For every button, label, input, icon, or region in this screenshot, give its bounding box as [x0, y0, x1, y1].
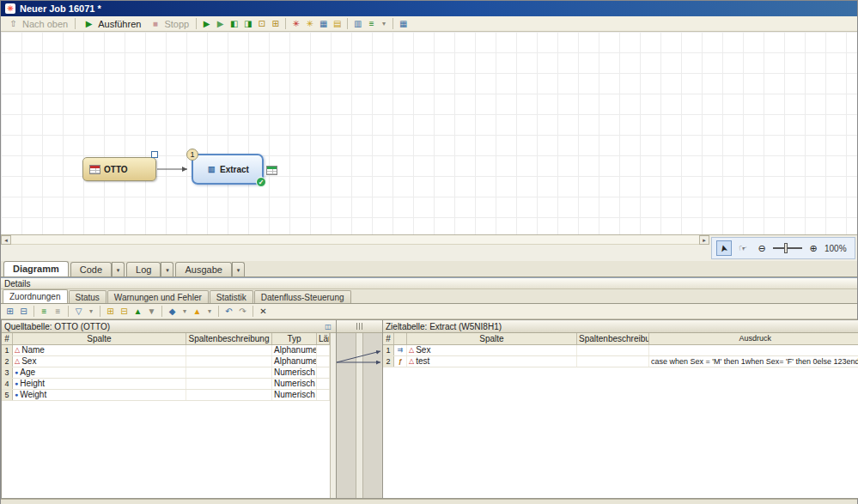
- note-marker-icon: [151, 151, 158, 158]
- source-row[interactable]: 4 ● Height Numerisch: [2, 379, 330, 390]
- tab-ausgabe[interactable]: Ausgabe: [175, 262, 231, 276]
- zoom-controls: ➤ ☞ ⊖ ⊕ 100%: [711, 237, 855, 259]
- code-dropdown-icon[interactable]: ▾: [112, 262, 125, 276]
- checkpoint-step-icon[interactable]: ⊞: [269, 17, 282, 30]
- column-type: Alphanumeri...: [272, 356, 317, 367]
- report-icon[interactable]: ▥: [351, 17, 364, 30]
- scroll-left-icon[interactable]: ◂: [1, 235, 11, 245]
- folder-icon[interactable]: ▤: [331, 17, 344, 30]
- report-dropdown-icon[interactable]: ▾: [379, 17, 389, 30]
- row-number: 1: [2, 345, 13, 355]
- column-desc: [186, 390, 272, 400]
- tab-statistik[interactable]: Statistik: [210, 290, 253, 303]
- zoom-out-button[interactable]: ⊖: [754, 240, 770, 256]
- column-name: Sex: [416, 345, 430, 355]
- column-name-cell: △ Name: [13, 345, 186, 355]
- diagram-canvas[interactable]: OTTO 1 ▥ Extract ✓: [1, 32, 857, 234]
- status-gear-icon[interactable]: ✳: [289, 17, 302, 30]
- column-type: Numerisch: [272, 390, 317, 400]
- tab-code[interactable]: Code: [70, 262, 112, 276]
- scroll-track[interactable]: [11, 235, 699, 245]
- column-length: [317, 379, 330, 389]
- source-row[interactable]: 1 △ Name Alphanumeri...: [2, 345, 330, 356]
- view-tabs: Diagramm Code ▾ Log ▾ Ausgabe ▾: [1, 261, 857, 277]
- warning-icon[interactable]: ▲: [191, 305, 204, 318]
- title-bar: ✳ Neuer Job 16071 *: [1, 1, 857, 16]
- ausgabe-dropdown-icon[interactable]: ▾: [232, 262, 245, 276]
- tab-warnungen[interactable]: Warnungen und Fehler: [107, 290, 209, 303]
- target-table-icon[interactable]: [266, 166, 277, 175]
- zoom-slider[interactable]: [773, 242, 802, 254]
- target-table: # Spalte Spaltenbeschreibung Ausdruck 1 …: [383, 333, 858, 498]
- grid-icon[interactable]: ▦: [397, 17, 410, 30]
- zoom-slider-handle[interactable]: [784, 243, 788, 253]
- filter-dropdown-icon[interactable]: ▾: [86, 305, 96, 318]
- propagate-icon[interactable]: ◆: [166, 305, 179, 318]
- source-table-icon: [89, 165, 100, 174]
- ausfuehren-button[interactable]: ▶ Ausführen: [79, 17, 144, 31]
- move-up-icon[interactable]: ▲: [131, 305, 144, 318]
- move-down-icon[interactable]: ▼: [145, 305, 158, 318]
- options-gear-icon[interactable]: ✳: [303, 17, 316, 30]
- zoom-slider-track: [773, 247, 802, 249]
- stopp-label: Stopp: [164, 19, 189, 29]
- source-row[interactable]: 2 △ Sex Alphanumeri...: [2, 356, 330, 367]
- target-table-title: Zieltabelle: Extract (W5NI8H1): [386, 322, 502, 331]
- row-number: 2: [383, 356, 394, 367]
- checkpoint-run-icon[interactable]: ⊡: [255, 17, 268, 30]
- add-column-icon[interactable]: ⊞: [104, 305, 117, 318]
- debug-run-icon[interactable]: ▶: [200, 17, 213, 30]
- col-header-spalte: Spalte: [13, 333, 186, 344]
- tab-status[interactable]: Status: [69, 290, 106, 303]
- list-icon[interactable]: ≡: [365, 17, 378, 30]
- tab-zuordnungen[interactable]: Zuordnungen: [3, 289, 68, 303]
- tab-diagramm[interactable]: Diagramm: [3, 261, 69, 276]
- log-dropdown-icon[interactable]: ▾: [161, 262, 173, 276]
- column-name-cell: △ test: [407, 356, 577, 367]
- pan-tool-button[interactable]: ☞: [735, 240, 751, 256]
- mapping-line-sex-to-sex[interactable]: [337, 351, 380, 362]
- zoom-in-button[interactable]: ⊕: [806, 240, 821, 256]
- propagate-dropdown-icon[interactable]: ▾: [180, 305, 190, 318]
- splitter-grip-icon[interactable]: [356, 323, 363, 330]
- column-chooser-icon[interactable]: ◫: [323, 320, 333, 333]
- select-tool-button[interactable]: ➤: [716, 240, 732, 256]
- undo-icon[interactable]: ↶: [222, 305, 235, 318]
- prompt-run-icon[interactable]: ◧: [228, 17, 240, 30]
- prompt-step-icon[interactable]: ◨: [241, 17, 254, 30]
- node-extract[interactable]: 1 ▥ Extract ✓: [192, 154, 264, 185]
- map-all-icon[interactable]: ≡: [38, 305, 51, 318]
- target-table-header: # Spalte Spaltenbeschreibung Ausdruck: [383, 333, 858, 345]
- column-length: [317, 367, 330, 378]
- toolbar-separator: [392, 18, 393, 29]
- mapping-pane-header: [337, 320, 382, 333]
- map-import-icon[interactable]: ⊞: [3, 305, 16, 318]
- warning-dropdown-icon[interactable]: ▾: [204, 305, 215, 318]
- source-vertical-scrollbar[interactable]: [330, 333, 336, 498]
- mapping-area: Quelltabelle: OTTO (OTTO) ◫ # Spalte Spa…: [1, 319, 857, 499]
- nach-oben-button[interactable]: ⇧ Nach oben: [3, 17, 71, 31]
- filter-icon[interactable]: ▽: [72, 305, 85, 318]
- new-table-icon[interactable]: ▦: [317, 17, 330, 30]
- source-row[interactable]: 5 ● Weight Numerisch: [2, 390, 330, 401]
- tab-datenfluss[interactable]: Datenfluss-Steuerung: [254, 290, 351, 303]
- step-number-badge: 1: [186, 149, 198, 161]
- source-row[interactable]: 3 ● Age Numerisch: [2, 367, 330, 379]
- map-export-icon[interactable]: ⊟: [17, 305, 30, 318]
- tab-log[interactable]: Log: [126, 262, 161, 276]
- debug-step-icon[interactable]: ▶: [214, 17, 227, 30]
- details-header: Details: [1, 277, 857, 289]
- import-column-icon[interactable]: ⊟: [118, 305, 131, 318]
- app-logo-icon: ✳: [5, 3, 15, 14]
- column-name-cell: △ Sex: [407, 345, 577, 355]
- target-row[interactable]: 1 ⇉ △ Sex: [383, 345, 858, 356]
- toolbar-separator: [253, 306, 253, 317]
- delete-mapping-icon[interactable]: ✕: [257, 305, 270, 318]
- target-row[interactable]: 2 ƒ △ test case when Sex = 'M' then 1whe…: [383, 356, 858, 367]
- stopp-button[interactable]: ■ Stopp: [145, 17, 192, 31]
- toolbar-separator: [196, 18, 197, 29]
- redo-icon[interactable]: ↷: [236, 305, 249, 318]
- unmap-all-icon[interactable]: ≡: [52, 305, 64, 318]
- node-otto[interactable]: OTTO: [82, 157, 156, 181]
- scroll-right-icon[interactable]: ▸: [699, 235, 709, 245]
